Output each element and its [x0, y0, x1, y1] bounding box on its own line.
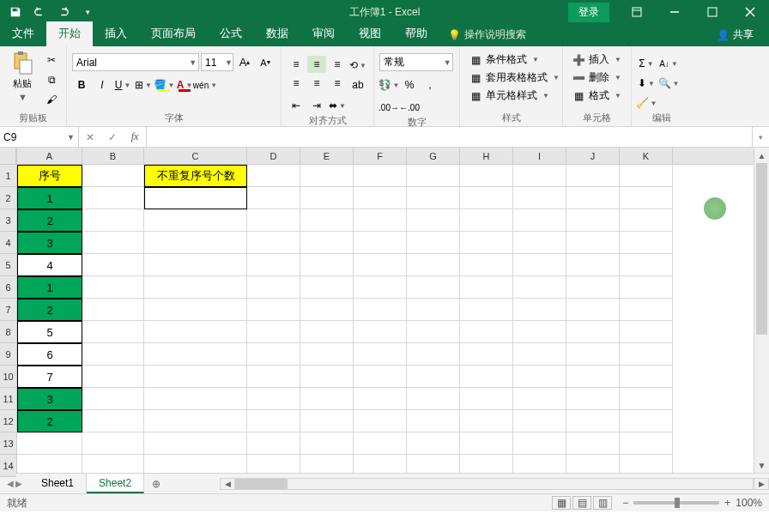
cell-G14[interactable] — [407, 455, 460, 473]
tab-formulas[interactable]: 公式 — [208, 21, 254, 46]
cell-K3[interactable] — [620, 209, 673, 232]
cell-A1[interactable]: 序号 — [17, 165, 82, 187]
cell-D4[interactable] — [247, 232, 300, 254]
cell-K9[interactable] — [620, 343, 673, 366]
orientation-icon[interactable]: ⟲▼ — [348, 57, 367, 74]
number-format-combo[interactable]: ▼ — [379, 53, 453, 71]
scroll-up-icon[interactable]: ▲ — [754, 148, 769, 163]
cell-J9[interactable] — [566, 343, 620, 366]
bold-button[interactable]: B — [72, 76, 91, 94]
cell-G5[interactable] — [407, 254, 460, 276]
accounting-icon[interactable]: 💱▼ — [379, 76, 398, 94]
cell-B1[interactable] — [82, 165, 144, 187]
cell-C9[interactable] — [144, 343, 247, 366]
cell-A6[interactable]: 1 — [17, 276, 82, 299]
cell-G11[interactable] — [407, 388, 460, 410]
zoom-out-icon[interactable]: − — [622, 497, 628, 509]
cell-E8[interactable] — [300, 321, 354, 343]
align-middle-icon[interactable]: ≡ — [307, 56, 326, 73]
row-header-7[interactable]: 7 — [0, 299, 16, 321]
cell-I9[interactable] — [513, 343, 566, 366]
cell-G9[interactable] — [407, 343, 460, 366]
cell-F12[interactable] — [354, 410, 407, 432]
underline-button[interactable]: U▼ — [113, 76, 132, 94]
cancel-formula-icon[interactable]: ✕ — [79, 131, 101, 143]
shrink-font-icon[interactable]: A▾ — [256, 54, 275, 71]
tab-data[interactable]: 数据 — [254, 21, 300, 46]
increase-decimal-icon[interactable]: .00→ — [379, 99, 398, 116]
cell-G1[interactable] — [407, 165, 460, 187]
percent-icon[interactable]: % — [400, 76, 419, 94]
cells-grid[interactable]: 序号不重复序号个数12341256732 — [17, 165, 754, 473]
tab-review[interactable]: 审阅 — [300, 21, 347, 46]
cell-F7[interactable] — [354, 299, 407, 321]
cell-C13[interactable] — [144, 432, 247, 455]
row-header-5[interactable]: 5 — [0, 254, 16, 276]
row-header-13[interactable]: 13 — [0, 432, 16, 455]
paste-button[interactable]: 粘贴 ▼ — [5, 48, 39, 102]
cell-B9[interactable] — [82, 343, 144, 366]
autosum-icon[interactable]: Σ▼ — [637, 55, 656, 72]
decrease-decimal-icon[interactable]: ←.00 — [400, 99, 419, 116]
row-header-10[interactable]: 10 — [0, 366, 16, 388]
insert-function-icon[interactable]: fx — [124, 130, 146, 143]
cell-F8[interactable] — [354, 321, 407, 343]
cell-H1[interactable] — [460, 165, 513, 187]
cell-K7[interactable] — [620, 299, 673, 321]
cell-D12[interactable] — [247, 410, 300, 432]
cell-I4[interactable] — [513, 232, 566, 254]
cell-C12[interactable] — [144, 410, 247, 432]
scroll-down-icon[interactable]: ▼ — [754, 457, 769, 473]
cell-D5[interactable] — [247, 254, 300, 276]
cell-A10[interactable]: 7 — [17, 366, 82, 388]
cell-E10[interactable] — [300, 366, 354, 388]
share-button[interactable]: 👤共享 — [710, 23, 760, 46]
cell-A4[interactable]: 3 — [17, 232, 82, 254]
cell-A14[interactable] — [17, 455, 82, 473]
cell-D1[interactable] — [247, 165, 300, 187]
phonetic-button[interactable]: wén▼ — [196, 76, 215, 94]
cell-E6[interactable] — [300, 276, 354, 299]
cell-B7[interactable] — [82, 299, 144, 321]
cell-K4[interactable] — [620, 232, 673, 254]
cell-J10[interactable] — [566, 366, 620, 388]
cell-I7[interactable] — [513, 299, 566, 321]
cell-C5[interactable] — [144, 254, 247, 276]
conditional-format-button[interactable]: ▦条件格式▼ — [465, 51, 542, 68]
cell-G10[interactable] — [407, 366, 460, 388]
cell-B11[interactable] — [82, 388, 144, 410]
cut-icon[interactable]: ✂ — [42, 51, 61, 69]
cell-C10[interactable] — [144, 366, 247, 388]
scroll-left-icon[interactable]: ◀ — [220, 478, 235, 490]
minimize-icon[interactable] — [656, 0, 693, 24]
tell-me-search[interactable]: 💡操作说明搜索 — [439, 23, 535, 46]
row-header-3[interactable]: 3 — [0, 209, 16, 232]
zoom-slider[interactable] — [633, 501, 719, 505]
cell-A8[interactable]: 5 — [17, 321, 82, 343]
column-header-B[interactable]: B — [82, 148, 144, 164]
align-bottom-icon[interactable]: ≡ — [328, 56, 347, 73]
cell-F3[interactable] — [354, 209, 407, 232]
grow-font-icon[interactable]: A▴ — [235, 54, 254, 71]
cell-J12[interactable] — [566, 410, 620, 432]
cell-F6[interactable] — [354, 276, 407, 299]
cell-D14[interactable] — [247, 455, 300, 473]
align-center-icon[interactable]: ≡ — [307, 75, 326, 92]
cell-E14[interactable] — [300, 455, 354, 473]
sort-filter-icon[interactable]: A↓▼ — [659, 55, 678, 72]
cell-H12[interactable] — [460, 410, 513, 432]
new-sheet-icon[interactable]: ⊕ — [144, 474, 168, 493]
close-icon[interactable] — [731, 0, 769, 24]
insert-cells-button[interactable]: ➕插入▼ — [568, 51, 625, 68]
cell-F1[interactable] — [354, 165, 407, 187]
cell-F5[interactable] — [354, 254, 407, 276]
merge-center-icon[interactable]: ⬌▼ — [328, 97, 347, 114]
cell-E13[interactable] — [300, 432, 354, 455]
cell-C14[interactable] — [144, 455, 247, 473]
cell-H2[interactable] — [460, 187, 513, 209]
cell-G4[interactable] — [407, 232, 460, 254]
column-header-I[interactable]: I — [513, 148, 566, 164]
cell-C11[interactable] — [144, 388, 247, 410]
cell-A3[interactable]: 2 — [17, 209, 82, 232]
cell-A7[interactable]: 2 — [17, 299, 82, 321]
